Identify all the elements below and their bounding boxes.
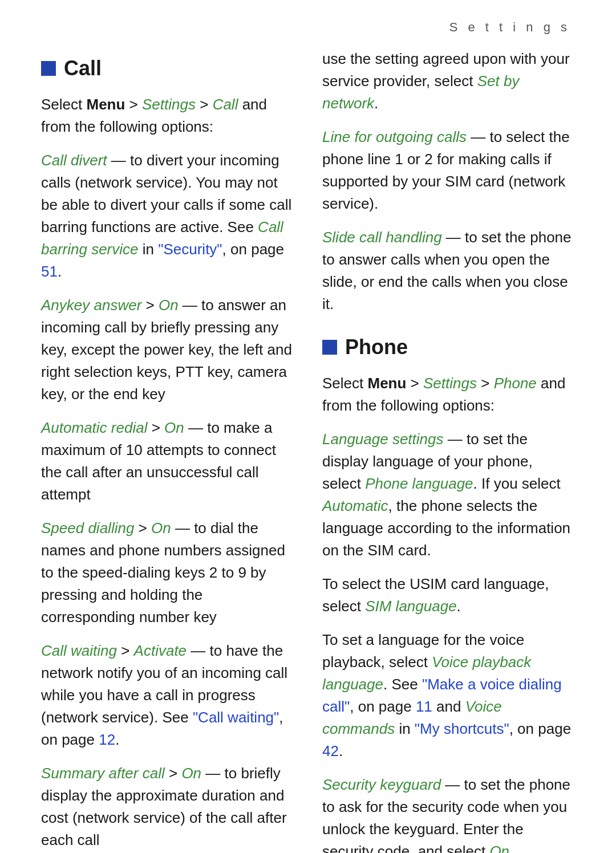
shortcuts-page-num[interactable]: 42 <box>322 742 339 759</box>
security-on-link[interactable]: On <box>489 843 509 853</box>
phone-intro-menu: Menu <box>368 375 407 392</box>
page-header: S e t t i n g s <box>0 0 616 42</box>
phone-intro-arrow1: > <box>406 375 423 392</box>
line-outgoing-label: Line for outgoing calls <box>322 128 467 145</box>
call-divert-in: in <box>139 241 159 258</box>
automatic-redial-paragraph: Automatic redial > On — to make a maximu… <box>41 417 294 506</box>
usim-language-paragraph: To select the USIM card language, select… <box>322 573 575 618</box>
set-by-network-prefix: use the setting agreed upon with your se… <box>322 50 570 90</box>
redial-on-label: On <box>164 419 184 436</box>
sim-language-link[interactable]: SIM language <box>365 598 456 615</box>
call-divert-period: . <box>58 263 62 280</box>
usim-period: . <box>457 598 461 615</box>
call-divert-page-num[interactable]: 51 <box>41 263 58 280</box>
voice-body2: . See <box>383 676 422 693</box>
voice-playback-paragraph: To set a language for the voice playback… <box>322 629 575 762</box>
intro-text-arrow2: > <box>196 96 213 113</box>
voice-body5: in <box>395 720 415 737</box>
language-body2: . If you select <box>473 475 561 492</box>
call-waiting-paragraph: Call waiting > Activate — to have the ne… <box>41 640 294 751</box>
phone-section-title: Phone <box>345 332 408 362</box>
waiting-activate-label: Activate <box>134 642 187 659</box>
speed-on-label: On <box>151 519 171 537</box>
intro-italic-call: Call <box>213 96 238 113</box>
summary-after-call-paragraph: Summary after call > On — to briefly dis… <box>41 762 294 851</box>
intro-text-select: Select <box>41 96 87 113</box>
right-column: use the setting agreed upon with your se… <box>322 48 575 853</box>
anykey-dash: — <box>179 296 201 314</box>
phone-intro-phone: Phone <box>494 375 537 392</box>
phone-intro-select: Select <box>322 375 368 392</box>
call-divert-paragraph: Call divert — to divert your incoming ca… <box>41 149 294 283</box>
call-waiting-label: Call waiting <box>41 642 117 659</box>
language-settings-label: Language settings <box>322 430 444 448</box>
slide-call-dash: — <box>442 229 465 246</box>
call-section-heading: Call <box>41 54 294 83</box>
security-dash: — <box>441 776 464 793</box>
language-settings-paragraph: Language settings — to set the display l… <box>322 428 575 562</box>
security-keyguard-paragraph: Security keyguard — to set the phone to … <box>322 774 575 853</box>
redial-dash: — <box>184 419 207 436</box>
speed-dialling-label: Speed dialling <box>41 519 134 537</box>
waiting-period: . <box>115 731 119 748</box>
left-column: Call Select Menu > Settings > Call and f… <box>41 48 294 853</box>
security-period: . <box>509 843 513 853</box>
summary-label: Summary after call <box>41 765 165 782</box>
phone-intro-arrow2: > <box>477 375 494 392</box>
call-divert-label: Call divert <box>41 152 107 169</box>
intro-text-arrow1: > <box>125 96 142 113</box>
waiting-page-num[interactable]: 12 <box>99 731 115 748</box>
call-intro-paragraph: Select Menu > Settings > Call and from t… <box>41 94 294 138</box>
summary-dash: — <box>201 765 224 782</box>
waiting-arrow: > <box>117 642 134 659</box>
security-keyguard-label: Security keyguard <box>322 776 441 793</box>
waiting-dash: — <box>187 642 209 659</box>
anykey-answer-label: Anykey answer <box>41 296 141 314</box>
slide-call-label: Slide call handling <box>322 229 442 246</box>
voice-page-num[interactable]: 11 <box>416 698 432 715</box>
redial-arrow: > <box>147 419 164 436</box>
voice-body6: , on page <box>509 720 571 737</box>
anykey-arrow: > <box>141 296 159 314</box>
anykey-answer-paragraph: Anykey answer > On — to answer an incomi… <box>41 294 294 405</box>
set-by-network-period: . <box>374 95 378 112</box>
page-content: Call Select Menu > Settings > Call and f… <box>0 42 616 853</box>
summary-arrow: > <box>165 765 182 782</box>
call-section-title: Call <box>64 54 102 83</box>
speed-dash: — <box>171 519 194 537</box>
line-outgoing-calls-paragraph: Line for outgoing calls — to select the … <box>322 126 575 215</box>
call-divert-dash: — <box>107 152 130 169</box>
my-shortcuts-link[interactable]: "My shortcuts" <box>415 720 509 737</box>
automatic-link[interactable]: Automatic <box>322 497 388 514</box>
speed-arrow: > <box>134 519 151 537</box>
phone-intro-settings: Settings <box>423 375 477 392</box>
security-link[interactable]: "Security" <box>158 241 222 258</box>
speed-dialling-paragraph: Speed dialling > On — to dial the names … <box>41 517 294 628</box>
line-outgoing-dash: — <box>467 128 489 145</box>
set-by-network-paragraph: use the setting agreed upon with your se… <box>322 48 575 115</box>
anykey-on-label: On <box>159 296 179 314</box>
voice-period: . <box>339 742 343 759</box>
automatic-redial-label: Automatic redial <box>41 419 147 436</box>
voice-body3: , on page <box>350 698 416 715</box>
call-waiting-link[interactable]: "Call waiting" <box>193 709 279 726</box>
language-dash: — <box>444 430 467 448</box>
slide-call-handling-paragraph: Slide call handling — to set the phone t… <box>322 226 575 315</box>
phone-language-link[interactable]: Phone language <box>365 475 473 492</box>
phone-intro-paragraph: Select Menu > Settings > Phone and from … <box>322 372 575 417</box>
call-section-icon <box>41 61 56 76</box>
phone-section-icon <box>322 340 337 355</box>
intro-italic-settings: Settings <box>142 96 196 113</box>
phone-section-heading: Phone <box>322 332 575 362</box>
call-divert-page-text: , on page <box>222 241 284 258</box>
intro-bold-menu: Menu <box>87 96 125 113</box>
summary-on-label: On <box>181 765 201 782</box>
voice-body4: and <box>432 698 465 715</box>
